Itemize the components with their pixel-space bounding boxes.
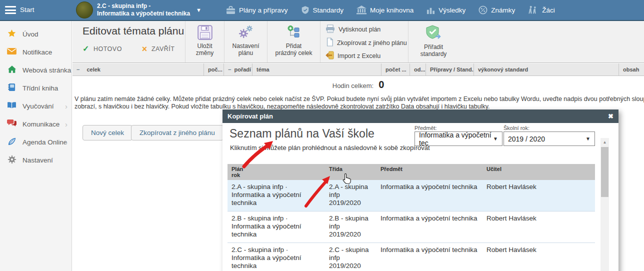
subject-select[interactable]: Informatika a výpočetní tec ▼: [414, 132, 502, 146]
copy-plan-dialog: Kopírovat plán ✖ Seznam plánů na Vaší šk…: [222, 110, 618, 271]
nav-moje-knihovna[interactable]: Moje knihovna: [356, 6, 414, 14]
hamburger-menu-icon[interactable]: [5, 6, 16, 14]
cell-trida: 2.A - skupina infp 2019/2020: [325, 180, 376, 211]
open-book-icon: [7, 102, 16, 110]
import-excel-button[interactable]: Import z Excelu: [326, 51, 405, 61]
done-label: HOTOVO: [94, 46, 122, 52]
top-bar: Start 2.C - skupina infp - Informatika a…: [0, 0, 644, 21]
cell-plan: 2.C - skupina infp · Informatika a výpoč…: [228, 243, 325, 271]
sidebar-item-label: Komunikace: [22, 120, 60, 128]
caret-down-icon[interactable]: ▼: [196, 7, 202, 13]
import-excel-label: Import z Excelu: [338, 52, 380, 60]
top-navigation: Plány a přípravy Standardy Moje knihovna…: [226, 0, 555, 20]
new-unit-button[interactable]: Nový celek: [82, 125, 132, 140]
nav-label: Výsledky: [438, 6, 466, 14]
add-empty-unit-button[interactable]: Přidat prázdný celek: [268, 21, 320, 62]
chevron-right-icon: ›: [65, 102, 68, 110]
plan-settings-button[interactable]: Nastavení plánu: [224, 21, 268, 62]
col-trida[interactable]: Třída: [325, 164, 376, 180]
cell-ucitel: Robert Havlásek: [482, 212, 595, 242]
pen-icon: [7, 137, 16, 148]
print-plan-button[interactable]: Vytisknout plán: [326, 24, 405, 34]
caret-down-icon: ▼: [586, 136, 590, 142]
envelope-icon: [7, 48, 16, 56]
col-ucitel[interactable]: Učitel: [482, 164, 595, 180]
cell-predmet: Informatika a výpočetní technika: [376, 212, 482, 242]
hours-total-value: 0: [378, 79, 384, 90]
column-vykonovy-standard[interactable]: výkonový standard: [474, 64, 619, 76]
plan-settings-label: Nastavení plánu: [232, 42, 259, 56]
sidebar-item-webova-stranka[interactable]: Webová stránka: [0, 61, 72, 79]
close-button[interactable]: × ZAVŘÍT: [142, 44, 175, 54]
chevron-right-icon: ›: [65, 138, 68, 146]
empty-plan-message: V plánu zatím nemáte žádné celky. Můžete…: [74, 96, 644, 110]
column-poradi[interactable]: −pořadí: [224, 64, 252, 76]
nav-vysledky[interactable]: Výsledky: [426, 6, 466, 14]
nav-label: Žáci: [542, 6, 555, 14]
nav-label: Standardy: [313, 6, 344, 14]
copy-from-plan-button[interactable]: Zkopírovat z jiného plánu: [326, 38, 405, 48]
dialog-subheading: Kliknutím si můžete plán prohlédnout a n…: [230, 144, 430, 152]
sidebar-item-notifikace[interactable]: Notifikace: [0, 43, 72, 61]
context-selector[interactable]: 2.C - skupina infp - Informatika a výpoč…: [97, 2, 190, 18]
column-obsah[interactable]: obsah: [619, 64, 644, 76]
column-od[interactable]: od...: [410, 64, 426, 76]
table-row[interactable]: 2.B - skupina infp · Informatika a výpoč…: [228, 212, 595, 243]
sidebar-item-komunikace[interactable]: Komunikace ›: [0, 115, 72, 133]
column-pripravy-standardy[interactable]: Přípravy / Stand...: [426, 64, 474, 76]
table-row[interactable]: 2.A - skupina infp · Informatika a výpoč…: [228, 180, 595, 212]
nav-znamky[interactable]: Známky: [478, 6, 515, 14]
column-pocet[interactable]: poč...: [204, 64, 224, 76]
sidebar-item-label: Agenda Online: [22, 138, 67, 146]
briefcase-icon: [226, 6, 236, 14]
scroll-up-icon[interactable]: ▲: [600, 138, 609, 146]
nav-label: Plány a přípravy: [239, 6, 288, 14]
nav-standardy[interactable]: Standardy: [301, 6, 344, 14]
column-tema[interactable]: téma: [252, 64, 382, 76]
nav-zaci[interactable]: Žáci: [528, 6, 555, 14]
sidebar-item-vyucovani[interactable]: Vyučování ›: [0, 97, 72, 115]
plan-grid-header: −celek poč... −pořadí téma počet ... od.…: [72, 64, 644, 76]
assign-standards-label: Přiřadit standardy: [420, 44, 447, 58]
chat-icon: [7, 119, 16, 129]
start-menu[interactable]: Start: [20, 6, 34, 14]
plan-actions-group: Vytisknout plán Zkopírovat z jiného plán…: [320, 21, 408, 62]
avatar[interactable]: [76, 2, 93, 18]
done-button[interactable]: ✓ HOTOVO: [82, 44, 122, 54]
context-line1: 2.C - skupina infp -: [97, 2, 190, 10]
cell-plan: 2.B - skupina infp · Informatika a výpoč…: [228, 212, 325, 242]
year-filter-label: Školní rok:: [504, 125, 530, 131]
star-icon: [7, 29, 16, 40]
collapse-icon[interactable]: −: [76, 66, 80, 72]
scrollbar-thumb[interactable]: [601, 147, 608, 197]
col-predmet[interactable]: Předmět: [376, 164, 482, 180]
dialog-close-icon[interactable]: ✖: [608, 112, 614, 120]
sidebar-item-tridni-kniha[interactable]: Třídní kniha: [0, 79, 72, 97]
hours-total-label: Hodin celkem:: [332, 82, 374, 90]
column-pocet2[interactable]: počet ...: [382, 64, 410, 76]
close-label: ZAVŘÍT: [152, 46, 175, 52]
hours-total: Hodin celkem:0: [72, 79, 644, 90]
save-changes-button[interactable]: Uložit změny: [186, 21, 224, 62]
copy-from-other-plan-button[interactable]: Zkopírovat z jiného plánu: [131, 125, 224, 140]
dialog-scrollbar[interactable]: ▲: [600, 138, 609, 271]
collapse-icon[interactable]: −: [228, 66, 231, 72]
table-row[interactable]: 2.C - skupina infp · Informatika a výpoč…: [228, 243, 595, 271]
cell-predmet: Informatika a výpočetní technika: [376, 243, 482, 271]
sidebar-item-agenda-online[interactable]: Agenda Online ›: [0, 133, 72, 151]
save-changes-label: Uložit změny: [196, 42, 214, 56]
column-celek[interactable]: −celek: [72, 64, 204, 76]
page-title: Editovat témata plánu: [82, 25, 185, 37]
assign-standards-button[interactable]: Přiřadit standardy: [408, 21, 458, 62]
app-window: { "colors": { "topbar": "#4d7ca6", "moda…: [0, 0, 644, 271]
school-year-select[interactable]: 2019 / 2020 ▼: [504, 132, 595, 146]
sidebar-item-label: Třídní kniha: [22, 84, 58, 92]
shield-check-arrow-icon: [425, 25, 442, 42]
org-chart-plus-icon: [286, 25, 302, 42]
dialog-body: Seznam plánů na Vaší škole Kliknutím si …: [222, 123, 618, 271]
nav-plany-a-pripravy[interactable]: Plány a přípravy: [226, 6, 288, 14]
sidebar-item-uvod[interactable]: Úvod: [0, 25, 72, 43]
col-plan-rok[interactable]: Plán rok: [228, 164, 325, 180]
dialog-titlebar[interactable]: Kopírovat plán ✖: [222, 110, 618, 123]
sidebar-item-nastaveni[interactable]: Nastavení: [0, 151, 72, 169]
